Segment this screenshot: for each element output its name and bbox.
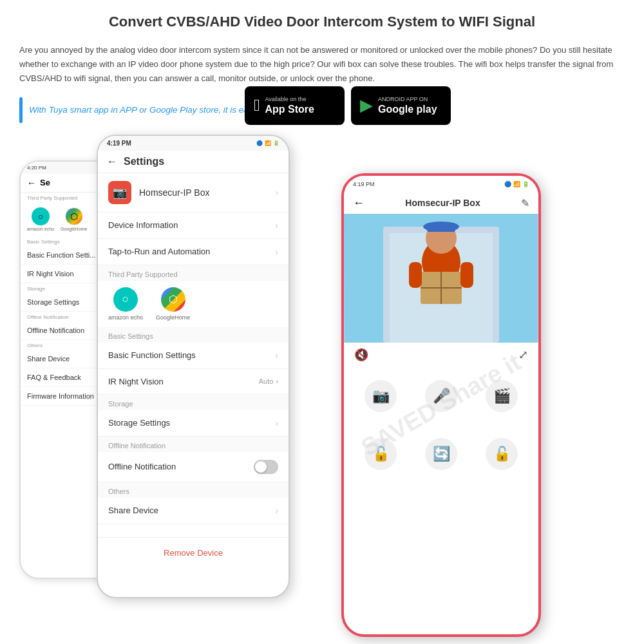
app-store-area:  Available on the App Store ▶ ANDROID A…: [245, 86, 451, 125]
camera-bt-icon: 🔵: [504, 181, 511, 187]
tap-to-run-label: Tap-to-Run and Automation: [108, 247, 210, 256]
storage-arrow: ›: [275, 418, 278, 428]
camera-lock-controls: 🔓 🔄 🔓: [344, 425, 538, 483]
phone-front: 4:19 PM 🔵 📶 🔋 ← Settings 📷 Homsecur-IP: [97, 135, 290, 598]
back-amazon-icon: ○: [32, 207, 50, 225]
back-google-label: GoogleHome: [61, 227, 87, 231]
ir-night-vision-label: IR Night Vision: [108, 377, 164, 386]
tap-to-run-arrow: ›: [275, 247, 278, 257]
wifi-icon: 📶: [265, 140, 271, 146]
ios-btn-small-text: Available on the: [265, 96, 314, 103]
description-text: Are you annoyed by the analog video door…: [19, 43, 625, 86]
unlock-left-button[interactable]: 🔓: [365, 438, 397, 470]
homsecur-icon: 📷: [108, 181, 131, 204]
video-icon: 🎬: [493, 388, 511, 404]
camera-top-controls: 🔇 ⤢: [344, 343, 538, 367]
svg-rect-11: [460, 262, 473, 288]
settings-item-homsecur[interactable]: 📷 Homsecur-IP Box ›: [98, 173, 289, 213]
tap-to-run-item[interactable]: Tap-to-Run and Automation ›: [98, 239, 289, 265]
mic-icon: 🎤: [433, 388, 450, 404]
back-amazon-item: ○ amazon echo: [27, 207, 54, 231]
basic-settings-label: Basic Settings: [98, 327, 289, 343]
ir-arrow: ›: [276, 377, 278, 385]
remove-device-button[interactable]: Remove Device: [98, 537, 289, 568]
device-info-item[interactable]: Device Information ›: [98, 213, 289, 239]
phone-right: SAVED Share it 4:19 PM 🔵 📶 🔋 ← Homsecur-…: [341, 173, 541, 637]
settings-item-left: 📷 Homsecur-IP Box: [108, 181, 209, 204]
homsecur-label: Homsecur-IP Box: [139, 187, 209, 198]
front-phone-header: ← Settings: [98, 151, 289, 173]
front-status-icons: 🔵 📶 🔋: [256, 140, 279, 146]
video-record-button[interactable]: 🎬: [486, 380, 518, 412]
google-home-label: GoogleHome: [156, 314, 190, 321]
device-info-label: Device Information: [108, 220, 178, 230]
camera-back-arrow[interactable]: ←: [353, 196, 365, 210]
ios-app-store-button[interactable]:  Available on the App Store: [245, 86, 345, 125]
google-home-item[interactable]: ⬡ GoogleHome: [156, 287, 190, 321]
storage-settings-item[interactable]: Storage Settings ›: [98, 410, 289, 437]
back-arrow-icon[interactable]: ←: [27, 178, 36, 188]
camera-time: 4:19 PM: [353, 181, 375, 187]
ir-night-vision-item[interactable]: IR Night Vision Auto ›: [98, 369, 289, 395]
blue-accent-bar: [19, 97, 23, 123]
camera-battery-icon: 🔋: [522, 181, 529, 187]
back-amazon-label: amazon echo: [27, 227, 54, 231]
front-phone-time: 4:19 PM: [107, 140, 131, 147]
android-btn-small-text: ANDROID APP ON: [378, 96, 437, 103]
offline-label: Offline Notification: [108, 462, 176, 471]
page-wrapper: Convert CVBS/AHD Video Door Intercom Sys…: [0, 0, 644, 644]
mute-icon[interactable]: 🔇: [354, 348, 368, 362]
share-device-item[interactable]: Share Device ›: [98, 498, 289, 524]
camera-title: Homsecur-IP Box: [405, 198, 480, 208]
storage-section-label: Storage: [98, 395, 289, 410]
camera-feed-svg: [344, 214, 538, 343]
phones-left-area:  Available on the App Store ▶ ANDROID A…: [19, 135, 328, 598]
android-btn-large-text: Google play: [378, 103, 437, 115]
camera-status-icons: 🔵 📶 🔋: [504, 181, 529, 187]
page-title: Convert CVBS/AHD Video Door Intercom Sys…: [19, 13, 625, 32]
ios-btn-large-text: App Store: [265, 103, 314, 115]
back-phone-title: Se: [40, 178, 50, 187]
bluetooth-icon: 🔵: [256, 140, 263, 146]
camera-media-controls: 📷 🎤 🎬: [344, 367, 538, 425]
battery-icon: 🔋: [273, 140, 279, 146]
back-phone-time: 4:20 PM: [27, 165, 46, 171]
offline-notification-item[interactable]: Offline Notification: [98, 452, 289, 482]
camera-snapshot-button[interactable]: 📷: [365, 380, 397, 412]
front-settings-title: Settings: [124, 156, 164, 167]
apple-icon: : [254, 95, 260, 115]
amazon-echo-item[interactable]: ○ amazon echo: [108, 287, 143, 321]
edit-icon[interactable]: ✎: [521, 197, 529, 209]
front-status-bar: 4:19 PM 🔵 📶 🔋: [98, 136, 289, 151]
snapshot-icon: 📷: [372, 388, 390, 404]
google-home-icon: ⬡: [161, 287, 185, 312]
basic-function-label: Basic Function Settings: [108, 350, 196, 360]
front-back-arrow[interactable]: ←: [107, 156, 117, 167]
lock-open-left-icon: 🔓: [372, 446, 390, 462]
sync-button[interactable]: 🔄: [425, 438, 457, 470]
google-play-button[interactable]: ▶ ANDROID APP ON Google play: [351, 86, 451, 125]
camera-wifi-icon: 📶: [513, 181, 520, 187]
svg-rect-6: [427, 223, 455, 232]
basic-function-arrow: ›: [275, 350, 278, 361]
camera-header: ← Homsecur-IP Box ✎: [344, 193, 538, 214]
others-section-label: Others: [98, 482, 289, 498]
device-info-arrow: ›: [275, 220, 278, 231]
arrow-icon: ›: [276, 188, 278, 197]
third-party-section: ○ amazon echo ⬡ GoogleHome: [98, 281, 289, 327]
microphone-button[interactable]: 🎤: [425, 380, 457, 412]
ir-night-value: Auto ›: [259, 377, 278, 385]
offline-toggle[interactable]: [254, 460, 278, 474]
camera-video-feed: [344, 214, 538, 343]
back-google-icon: ⬡: [65, 207, 83, 225]
unlock-right-button[interactable]: 🔓: [486, 438, 518, 470]
back-google-item: ⬡ GoogleHome: [61, 207, 87, 231]
storage-settings-label: Storage Settings: [108, 418, 170, 428]
third-party-section-label: Third Party Supported: [98, 265, 289, 281]
amazon-echo-icon: ○: [113, 287, 138, 312]
sync-icon: 🔄: [433, 446, 450, 462]
share-device-label: Share Device: [108, 506, 158, 515]
expand-icon[interactable]: ⤢: [518, 348, 528, 362]
basic-function-item[interactable]: Basic Function Settings ›: [98, 343, 289, 369]
camera-status-bar: 4:19 PM 🔵 📶 🔋: [344, 176, 538, 193]
